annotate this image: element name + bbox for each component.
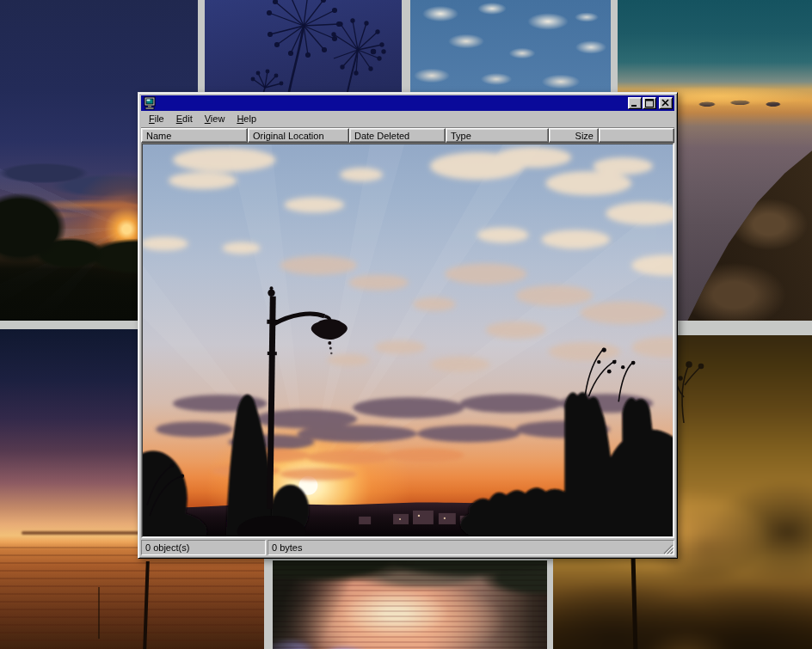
desktop: File Edit View Help Name Original Locati… bbox=[0, 0, 812, 649]
recycle-bin-window: File Edit View Help Name Original Locati… bbox=[138, 92, 678, 559]
menubar: File Edit View Help bbox=[141, 111, 674, 128]
water-pole-small bbox=[98, 587, 100, 639]
computer-icon[interactable] bbox=[143, 96, 157, 110]
menu-edit[interactable]: Edit bbox=[170, 112, 199, 126]
resize-grip[interactable] bbox=[662, 543, 674, 554]
status-size: 0 bytes bbox=[268, 540, 674, 555]
background-photo-water-reflection bbox=[273, 560, 547, 649]
sunset-lamp-photo bbox=[143, 144, 673, 536]
statusbar: 0 object(s) 0 bytes bbox=[141, 540, 674, 555]
column-header-size[interactable]: Size bbox=[549, 128, 599, 143]
titlebar[interactable] bbox=[141, 95, 674, 111]
column-headers: Name Original Location Date Deleted Type… bbox=[141, 128, 674, 143]
close-button[interactable] bbox=[659, 97, 673, 109]
list-view-border bbox=[141, 143, 674, 538]
column-header-date-deleted[interactable]: Date Deleted bbox=[349, 128, 446, 143]
menu-view[interactable]: View bbox=[199, 112, 231, 126]
maximize-button[interactable] bbox=[643, 97, 656, 109]
column-header-type[interactable]: Type bbox=[446, 128, 549, 143]
close-icon bbox=[661, 99, 670, 107]
list-view-area[interactable] bbox=[142, 144, 674, 537]
menu-help[interactable]: Help bbox=[231, 112, 262, 126]
minimize-button[interactable] bbox=[628, 97, 642, 109]
menu-file[interactable]: File bbox=[143, 112, 170, 126]
column-header-name[interactable]: Name bbox=[141, 128, 248, 143]
water-ripples bbox=[273, 560, 547, 649]
minimize-icon bbox=[631, 99, 639, 107]
maximize-icon bbox=[645, 99, 654, 107]
status-object-count: 0 object(s) bbox=[141, 540, 266, 555]
column-header-filler[interactable] bbox=[599, 128, 674, 143]
column-header-original-location[interactable]: Original Location bbox=[248, 128, 349, 143]
